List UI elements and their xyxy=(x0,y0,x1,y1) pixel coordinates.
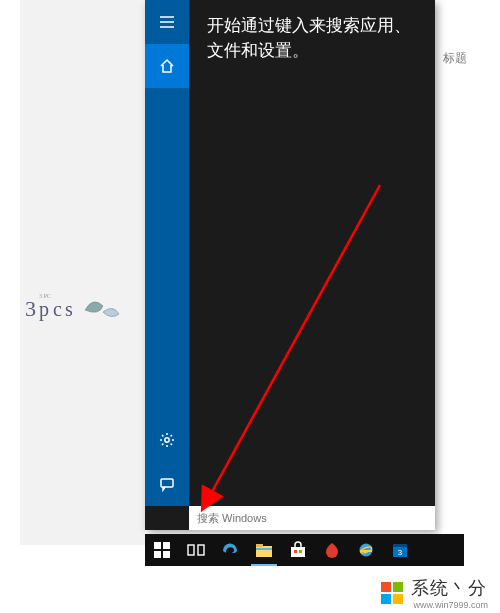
task-view-button[interactable] xyxy=(179,534,213,566)
taskbar: 3 xyxy=(145,534,464,566)
svg-rect-10 xyxy=(154,551,161,558)
hamburger-icon[interactable] xyxy=(145,0,189,44)
svg-text:3: 3 xyxy=(398,548,403,557)
search-panel-body: 开始通过键入来搜索应用、文件和设置。 xyxy=(189,0,435,506)
background-grey-panel xyxy=(20,0,145,545)
feedback-icon[interactable] xyxy=(145,462,189,506)
svg-rect-8 xyxy=(154,542,161,549)
file-explorer-button[interactable] xyxy=(247,534,281,566)
app-red-button[interactable] xyxy=(315,534,349,566)
brand-text: 系统丶分 xyxy=(411,576,488,600)
page-footer: 系统丶分 www.win7999.com xyxy=(0,573,500,613)
start-button[interactable] xyxy=(145,534,179,566)
search-left-rail xyxy=(145,0,189,506)
background-column-label: 标题 xyxy=(443,50,467,67)
edge-button[interactable] xyxy=(213,534,247,566)
svg-rect-9 xyxy=(163,542,170,549)
brand-logo-icon xyxy=(381,582,403,604)
search-panel: 开始通过键入来搜索应用、文件和设置。 xyxy=(145,0,435,530)
svg-rect-15 xyxy=(256,544,263,547)
svg-rect-23 xyxy=(393,544,407,547)
svg-rect-6 xyxy=(161,479,173,487)
search-hint-text: 开始通过键入来搜索应用、文件和设置。 xyxy=(189,0,435,63)
svg-rect-17 xyxy=(291,547,305,557)
calendar-button[interactable]: 3 xyxy=(383,534,417,566)
search-input[interactable] xyxy=(195,511,429,525)
svg-point-5 xyxy=(165,438,169,442)
ie-button[interactable] xyxy=(349,534,383,566)
svg-rect-16 xyxy=(256,548,272,550)
brand-sub: www.win7999.com xyxy=(413,600,488,610)
svg-rect-13 xyxy=(198,545,204,555)
svg-rect-14 xyxy=(256,546,272,557)
store-button[interactable] xyxy=(281,534,315,566)
svg-rect-18 xyxy=(294,550,297,553)
home-icon[interactable] xyxy=(145,44,189,88)
search-box[interactable] xyxy=(189,506,435,530)
svg-rect-11 xyxy=(163,551,170,558)
svg-rect-12 xyxy=(188,545,194,555)
gear-icon[interactable] xyxy=(145,418,189,462)
svg-rect-19 xyxy=(299,550,302,553)
